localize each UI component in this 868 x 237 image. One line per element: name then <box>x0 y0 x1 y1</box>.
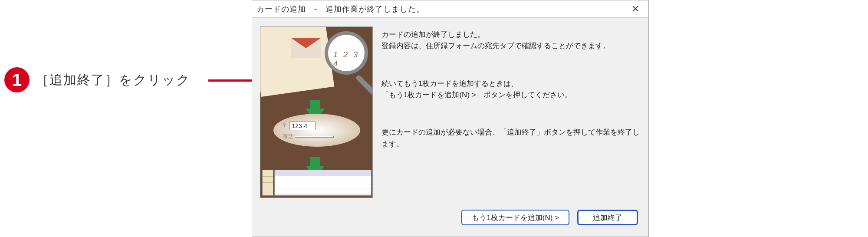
instruction-text: ［追加終了］をクリック <box>36 71 191 89</box>
magnifier-numbers: 1 2 3 4 <box>333 50 365 69</box>
finish-line: 更にカードの追加が必要ない場合、「追加終了」ボタンを押して作業を終了します。 <box>381 127 641 150</box>
done-line2: 登録内容は、住所録フォームの宛先タブで確認することができます。 <box>381 40 641 52</box>
continue-line2: 「もう1枚カードを追加(N) >」ボタンを押してください。 <box>381 89 641 101</box>
add-more-button[interactable]: もう1枚カードを追加(N) > <box>461 210 569 225</box>
sample-form: 〒 123-4 電話 <box>282 122 334 140</box>
wizard-image: 1 2 3 4 録 〒 123-4 電話 <box>260 26 373 198</box>
continue-message: 続いてもう1枚カードを追加するときは、 「もう1枚カードを追加(N) >」ボタン… <box>381 78 641 101</box>
dialog-content: 1 2 3 4 録 〒 123-4 電話 <box>252 18 648 205</box>
add-card-dialog: カードの追加 - 追加作業が終了しました。 ✕ 1 2 3 4 録 〒 123-… <box>252 0 649 237</box>
done-line1: カードの追加が終了しました。 <box>381 29 641 40</box>
titlebar: カードの追加 - 追加作業が終了しました。 ✕ <box>252 0 648 18</box>
phone-input <box>295 136 334 138</box>
step-badge: 1 <box>4 67 30 92</box>
table-side-graphic <box>262 170 273 196</box>
continue-line1: 続いてもう1枚カードを追加するときは、 <box>381 78 641 89</box>
finish-message: 更にカードの追加が必要ない場合、「追加終了」ボタンを押して作業を終了します。 <box>381 127 641 150</box>
postal-label: 〒 <box>282 122 288 129</box>
instruction-callout: 1 ［追加終了］をクリック <box>4 67 191 92</box>
table-graphic <box>274 170 372 196</box>
dialog-footer: もう1枚カードを追加(N) > 追加終了 <box>252 205 648 237</box>
dialog-title: カードの追加 - 追加作業が終了しました。 <box>256 4 627 14</box>
postal-input: 123-4 <box>289 122 316 130</box>
envelope-graphic <box>291 38 321 58</box>
message-area: カードの追加が終了しました。 登録内容は、住所録フォームの宛先タブで確認すること… <box>381 26 641 199</box>
done-message: カードの追加が終了しました。 登録内容は、住所録フォームの宛先タブで確認すること… <box>381 29 641 52</box>
phone-label: 電話 <box>282 133 293 140</box>
magnifier-icon: 1 2 3 4 <box>325 31 368 75</box>
close-button[interactable]: ✕ <box>627 3 644 16</box>
finish-button[interactable]: 追加終了 <box>577 210 638 225</box>
paper-graphic <box>260 26 334 97</box>
close-icon: ✕ <box>631 3 639 15</box>
